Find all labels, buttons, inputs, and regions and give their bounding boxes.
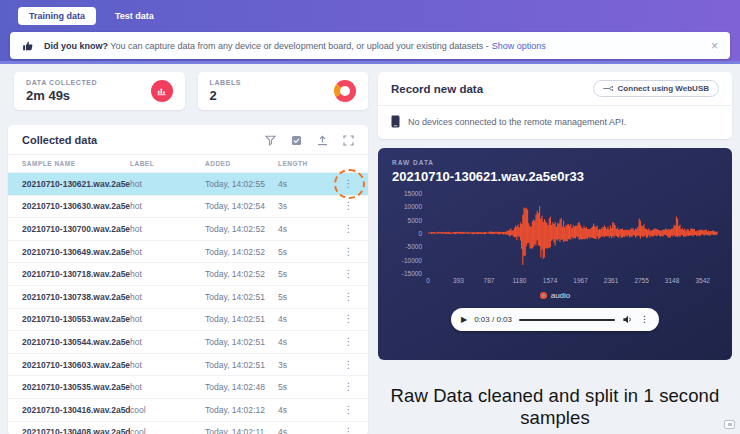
waveform-chart: 150001000050000-5000-10000-15000 — [392, 193, 718, 273]
expand-icon[interactable] — [343, 135, 354, 146]
sample-name-cell: 20210710-130700.wav.2a5e0... — [22, 224, 130, 234]
table-toolbar — [265, 135, 354, 146]
table-row[interactable]: 20210710-130738.wav.2a5e0... hot Today, … — [8, 286, 368, 309]
row-menu-icon[interactable]: ⋮ — [341, 427, 356, 434]
play-icon[interactable]: ▶ — [461, 316, 467, 324]
label-cell: hot — [130, 247, 205, 257]
table-row[interactable]: 20210710-130649.wav.2a5e0... hot Today, … — [8, 241, 368, 264]
x-axis: 03937871180157419672361275531483542 — [428, 277, 718, 289]
raw-data-panel: RAW DATA 20210710-130621.wav.2a5e0r33 15… — [378, 148, 732, 360]
row-menu-icon[interactable]: ⋮ — [341, 269, 356, 279]
did-you-know-banner: Did you know? You can capture data from … — [10, 32, 730, 59]
select-all-icon[interactable] — [291, 135, 302, 146]
table-row[interactable]: 20210710-130553.wav.2a5e0... hot Today, … — [8, 309, 368, 332]
length-cell: 5s — [278, 247, 341, 257]
sample-name-cell: 20210710-130630.wav.2a5e0... — [22, 201, 130, 211]
table-row[interactable]: 20210710-130603.wav.2a5e0... hot Today, … — [8, 354, 368, 377]
label-cell: hot — [130, 292, 205, 302]
x-tick-label: 3148 — [665, 277, 679, 284]
row-menu-icon[interactable]: ⋮ — [341, 201, 356, 211]
filter-icon[interactable] — [265, 135, 276, 146]
audio-waveform — [428, 193, 718, 273]
connect-webusb-button[interactable]: Connect using WebUSB — [593, 80, 719, 97]
table-row[interactable]: 20210710-130408.wav.2a5dv... cool Today,… — [8, 422, 368, 434]
row-menu-icon[interactable]: ⋮ — [341, 360, 356, 370]
length-cell: 4s — [278, 337, 341, 347]
label-cell: hot — [130, 201, 205, 211]
record-new-data-card: Record new data Connect using WebUSB No … — [378, 72, 732, 139]
sample-name-cell: 20210710-130416.wav.2a5dv... — [22, 405, 130, 415]
length-cell: 3s — [278, 360, 341, 370]
banner-close-icon[interactable]: × — [701, 40, 718, 52]
upload-icon[interactable] — [317, 135, 328, 146]
col-added: ADDED — [205, 160, 278, 167]
label-cell: hot — [130, 179, 205, 189]
row-menu-icon[interactable]: ⋮ — [341, 337, 356, 347]
dataset-tabs: Training data Test data — [0, 0, 740, 25]
added-cell: Today, 14:02:52 — [205, 247, 278, 257]
resize-corner-icon[interactable] — [724, 420, 735, 429]
sample-name-cell: 20210710-130649.wav.2a5e0... — [22, 247, 130, 257]
record-new-data-title: Record new data — [391, 83, 483, 95]
main-content: DATA COLLECTED 2m 49s LABELS 2 — [0, 64, 740, 434]
table-row[interactable]: 20210710-130535.wav.2a5e0... hot Today, … — [8, 376, 368, 399]
table-row[interactable]: 20210710-130621.wav.2a5e0... hot Today, … — [8, 173, 368, 196]
sample-name-cell: 20210710-130603.wav.2a5e0... — [22, 360, 130, 370]
table-row[interactable]: 20210710-130544.wav.2a5e0... hot Today, … — [8, 331, 368, 354]
thumbs-up-icon — [22, 40, 34, 52]
labels-label: LABELS — [210, 79, 242, 86]
length-cell: 5s — [278, 269, 341, 279]
added-cell: Today, 14:02:52 — [205, 269, 278, 279]
row-menu-icon[interactable]: ⋮ — [341, 314, 356, 324]
volume-icon[interactable] — [622, 314, 633, 325]
x-tick-label: 787 — [484, 277, 495, 284]
player-progress-bar[interactable] — [519, 319, 615, 321]
row-menu-icon[interactable]: ⋮ — [341, 224, 356, 234]
length-cell: 4s — [278, 179, 341, 189]
label-cell: hot — [130, 224, 205, 234]
banner-bold: Did you know? — [44, 41, 108, 51]
table-row[interactable]: 20210710-130630.wav.2a5e0... hot Today, … — [8, 196, 368, 219]
length-cell: 4s — [278, 314, 341, 324]
labels-card: LABELS 2 — [198, 72, 369, 110]
length-cell: 4s — [278, 224, 341, 234]
y-tick-label: -10000 — [402, 256, 422, 263]
stat-cards: DATA COLLECTED 2m 49s LABELS 2 — [14, 72, 368, 110]
right-column: Record new data Connect using WebUSB No … — [378, 72, 732, 434]
y-tick-label: -15000 — [402, 270, 422, 277]
row-menu-icon[interactable]: ⋮ — [341, 292, 356, 302]
added-cell: Today, 14:02:55 — [205, 179, 278, 189]
label-cell: hot — [130, 360, 205, 370]
label-cell: cool — [130, 427, 205, 434]
row-menu-icon[interactable]: ⋮ — [341, 179, 356, 189]
tab-training-data[interactable]: Training data — [18, 7, 96, 25]
plot-area[interactable] — [428, 193, 718, 273]
table-rows: 20210710-130621.wav.2a5e0... hot Today, … — [8, 173, 368, 434]
label-cell: hot — [130, 337, 205, 347]
chart-legend[interactable]: audio — [392, 291, 718, 300]
sample-name-cell: 20210710-130718.wav.2a5e0... — [22, 269, 130, 279]
length-cell: 4s — [278, 427, 341, 434]
player-menu-icon[interactable]: ⋮ — [640, 315, 649, 324]
table-row[interactable]: 20210710-130416.wav.2a5dv... cool Today,… — [8, 399, 368, 422]
bar-chart-icon — [151, 80, 173, 102]
label-cell: cool — [130, 405, 205, 415]
added-cell: Today, 14:02:51 — [205, 337, 278, 347]
length-cell: 5s — [278, 382, 341, 392]
sample-name-cell: 20210710-130544.wav.2a5e0... — [22, 337, 130, 347]
row-menu-icon[interactable]: ⋮ — [341, 405, 356, 415]
data-collected-value: 2m 49s — [26, 88, 97, 103]
audio-player[interactable]: ▶ 0:03 / 0:03 ⋮ — [451, 308, 659, 331]
added-cell: Today, 14:02:52 — [205, 224, 278, 234]
tab-test-data[interactable]: Test data — [104, 7, 165, 25]
top-header: Training data Test data Did you know? Yo… — [0, 0, 740, 64]
row-menu-icon[interactable]: ⋮ — [341, 382, 356, 392]
table-header-row: SAMPLE NAME LABEL ADDED LENGTH — [8, 154, 368, 173]
row-menu-icon[interactable]: ⋮ — [341, 247, 356, 257]
table-row[interactable]: 20210710-130718.wav.2a5e0... hot Today, … — [8, 263, 368, 286]
x-tick-label: 393 — [453, 277, 464, 284]
data-collected-label: DATA COLLECTED — [26, 79, 97, 86]
show-options-link[interactable]: Show options — [492, 41, 546, 51]
length-cell: 4s — [278, 405, 341, 415]
table-row[interactable]: 20210710-130700.wav.2a5e0... hot Today, … — [8, 218, 368, 241]
